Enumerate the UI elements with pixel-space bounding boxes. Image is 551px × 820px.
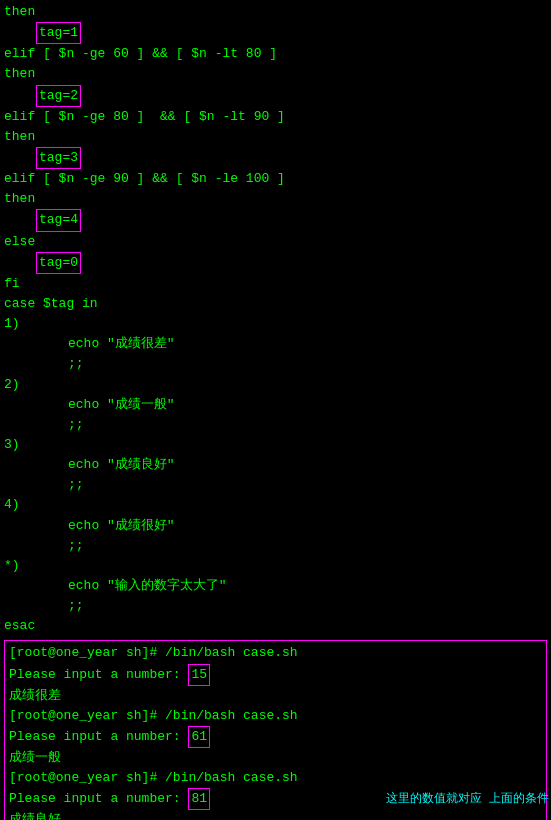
tag-box-3: tag=3	[36, 147, 81, 169]
line-then-3: then	[4, 127, 547, 147]
run1-prompt: Please input a number: 15	[9, 664, 542, 686]
line-elif-90: elif [ $n -ge 90 ] && [ $n -le 100 ]	[4, 169, 547, 189]
line-tag3: tag=3	[36, 147, 547, 169]
case-num: 1)	[4, 314, 20, 334]
code-text: ;;	[68, 415, 84, 435]
case-num: 3)	[4, 435, 20, 455]
run1-result: 成绩很差	[9, 686, 542, 706]
line-tag4: tag=4	[36, 209, 547, 231]
command-text: [root@one_year sh]# /bin/bash case.sh	[9, 768, 298, 788]
line-echo-star: echo "输入的数字太大了"	[68, 576, 547, 596]
code-section: then tag=1 elif [ $n -ge 60 ] && [ $n -l…	[4, 2, 547, 636]
tag-box-2: tag=2	[36, 85, 81, 107]
code-text: echo "输入的数字太大了"	[68, 576, 227, 596]
line-echo-3: echo "成绩良好"	[68, 455, 547, 475]
line-case-star: *)	[4, 556, 547, 576]
result-text: 成绩良好	[9, 810, 61, 820]
code-text: then	[4, 127, 35, 147]
code-text: fi	[4, 274, 20, 294]
run2-prompt: Please input a number: 61	[9, 726, 542, 748]
line-echo-1: echo "成绩很差"	[68, 334, 547, 354]
code-text: echo "成绩良好"	[68, 455, 175, 475]
line-elif-80: elif [ $n -ge 80 ] && [ $n -lt 90 ]	[4, 107, 547, 127]
line-then-2: then	[4, 64, 547, 84]
line-semi-3: ;;	[68, 475, 547, 495]
code-text: ;;	[68, 354, 84, 374]
line-echo-2: echo "成绩一般"	[68, 395, 547, 415]
code-text: elif [ $n -ge 80 ] && [ $n -lt 90 ]	[4, 107, 285, 127]
line-case-1: 1)	[4, 314, 547, 334]
line-semi-1: ;;	[68, 354, 547, 374]
code-text: ;;	[68, 536, 84, 556]
code-text: elif [ $n -ge 90 ] && [ $n -le 100 ]	[4, 169, 285, 189]
tag-box-1: tag=1	[36, 22, 81, 44]
run3-command: [root@one_year sh]# /bin/bash case.sh	[9, 768, 542, 788]
line-tag0: tag=0	[36, 252, 547, 274]
line-tag2: tag=2	[36, 85, 547, 107]
run3-result: 成绩良好	[9, 810, 542, 820]
case-num: *)	[4, 556, 20, 576]
run2-result: 成绩一般	[9, 748, 542, 768]
code-text: esac	[4, 616, 35, 636]
result-text: 成绩一般	[9, 748, 61, 768]
line-case-4: 4)	[4, 495, 547, 515]
code-text: else	[4, 232, 35, 252]
code-text: echo "成绩很好"	[68, 516, 175, 536]
command-text: [root@one_year sh]# /bin/bash case.sh	[9, 706, 298, 726]
code-text: then	[4, 189, 35, 209]
line-case: case $tag in	[4, 294, 547, 314]
code-text: echo "成绩很差"	[68, 334, 175, 354]
code-text: then	[4, 2, 35, 22]
code-text: elif [ $n -ge 60 ] && [ $n -lt 80 ]	[4, 44, 277, 64]
line-echo-4: echo "成绩很好"	[68, 516, 547, 536]
line-case-3: 3)	[4, 435, 547, 455]
line-else: else	[4, 232, 547, 252]
run2-number: 61	[188, 726, 210, 748]
line-then-4: then	[4, 189, 547, 209]
tag-box-4: tag=4	[36, 209, 81, 231]
line-semi-4: ;;	[68, 536, 547, 556]
code-text: case $tag in	[4, 294, 98, 314]
case-num: 4)	[4, 495, 20, 515]
output-section: [root@one_year sh]# /bin/bash case.sh Pl…	[4, 640, 547, 820]
terminal: then tag=1 elif [ $n -ge 60 ] && [ $n -l…	[0, 0, 551, 820]
code-text: ;;	[68, 596, 84, 616]
line-case-2: 2)	[4, 375, 547, 395]
line-then-1: then	[4, 2, 547, 22]
tag-box-0: tag=0	[36, 252, 81, 274]
command-text: [root@one_year sh]# /bin/bash case.sh	[9, 643, 298, 663]
line-esac: esac	[4, 616, 547, 636]
line-semi-star: ;;	[68, 596, 547, 616]
prompt-label: Please input a number:	[9, 665, 188, 685]
run2-command: [root@one_year sh]# /bin/bash case.sh	[9, 706, 542, 726]
prompt-label: Please input a number:	[9, 727, 188, 747]
line-fi: fi	[4, 274, 547, 294]
run1-number: 15	[188, 664, 210, 686]
code-text: ;;	[68, 475, 84, 495]
result-text: 成绩很差	[9, 686, 61, 706]
case-num: 2)	[4, 375, 20, 395]
line-elif-60: elif [ $n -ge 60 ] && [ $n -lt 80 ]	[4, 44, 547, 64]
run3-prompt: Please input a number: 81 这里的数值就对应 上面的条件	[9, 788, 542, 810]
prompt-label: Please input a number:	[9, 789, 188, 809]
run3-number: 81	[188, 788, 210, 810]
line-tag1: tag=1	[36, 22, 547, 44]
code-text: then	[4, 64, 35, 84]
code-text: echo "成绩一般"	[68, 395, 175, 415]
line-semi-2: ;;	[68, 415, 547, 435]
annotation-text: 这里的数值就对应 上面的条件	[386, 790, 549, 809]
run1-command: [root@one_year sh]# /bin/bash case.sh	[9, 643, 542, 663]
